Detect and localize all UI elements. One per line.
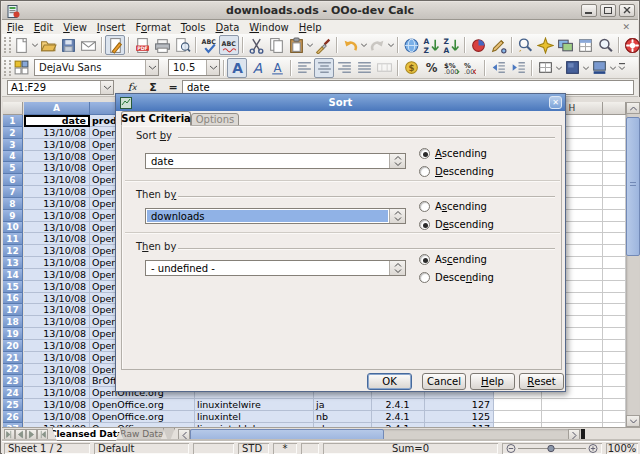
sheet-nav-next-icon[interactable]	[26, 429, 37, 440]
row-header-11[interactable]: 11	[3, 233, 23, 245]
sort-by-combo-1[interactable]: date	[145, 153, 406, 169]
borders-dropdown-icon[interactable]	[555, 58, 562, 78]
menu-insert[interactable]: Insert	[92, 21, 131, 34]
cell-A4[interactable]: 13/10/08	[24, 151, 90, 162]
cell-I6[interactable]	[603, 174, 626, 186]
minimize-button[interactable]	[581, 4, 597, 17]
cell-E26[interactable]: 2.4.1	[372, 411, 425, 423]
row-header-23[interactable]: 23	[3, 375, 23, 387]
sheet-nav-prev-icon[interactable]	[15, 429, 26, 440]
row-header-16[interactable]: 16	[3, 293, 23, 304]
radio-descending-1[interactable]: Descending	[419, 166, 494, 177]
merge-cells-icon[interactable]	[374, 58, 394, 78]
menu-help[interactable]: Help	[294, 21, 327, 34]
cell-F26[interactable]: 125	[425, 411, 494, 423]
row-header-13[interactable]: 13	[3, 257, 23, 269]
help-icon[interactable]	[622, 35, 640, 55]
column-header-I[interactable]	[603, 102, 626, 115]
cell-I26[interactable]	[603, 411, 626, 423]
increase-indent-icon[interactable]	[508, 58, 528, 78]
print-icon[interactable]	[152, 35, 172, 55]
cell-A11[interactable]: 13/10/08	[24, 233, 90, 245]
edit-file-icon[interactable]	[105, 35, 125, 55]
borders-icon[interactable]	[535, 58, 555, 78]
cell-I21[interactable]	[603, 352, 626, 364]
cell-A21[interactable]: 13/10/08	[24, 352, 90, 364]
undo-icon[interactable]	[340, 35, 360, 55]
cell-B25[interactable]: OpenOffice.org	[90, 399, 195, 411]
name-box[interactable]: A1:F29	[7, 80, 114, 95]
grid-corner[interactable]	[3, 102, 23, 115]
new-document-dropdown-icon[interactable]	[31, 35, 38, 55]
cell-I8[interactable]	[603, 198, 626, 210]
add-decimal-icon[interactable]: $%.000	[441, 58, 461, 78]
cell-A20[interactable]: 13/10/08	[24, 340, 90, 352]
cell-A25[interactable]: 13/10/08	[24, 399, 90, 411]
cell-A8[interactable]: 13/10/08	[24, 198, 90, 210]
cell-I11[interactable]	[603, 233, 626, 245]
cell-I15[interactable]	[603, 281, 626, 293]
scrollbar-splitter[interactable]	[581, 429, 585, 441]
row-header-24[interactable]: 24	[3, 387, 23, 399]
cell-I19[interactable]	[603, 328, 626, 340]
row-header-4[interactable]: 4	[3, 151, 23, 162]
background-color-icon[interactable]	[562, 58, 582, 78]
sheet-tab-stub[interactable]	[163, 428, 175, 441]
maximize-button[interactable]	[600, 4, 616, 17]
cell-A26[interactable]: 13/10/08	[24, 411, 90, 423]
font-color-dropdown-icon[interactable]	[609, 58, 616, 78]
row-header-14[interactable]: 14	[3, 269, 23, 281]
dialog-close-icon[interactable]: ✕	[549, 96, 562, 109]
row-header-1[interactable]: 1	[3, 115, 23, 127]
underline-icon[interactable]: A	[267, 58, 287, 78]
new-document-icon[interactable]	[11, 35, 31, 55]
combo-spin-icon[interactable]	[389, 209, 405, 223]
row-header-12[interactable]: 12	[3, 245, 23, 257]
toolbar-grip[interactable]	[4, 37, 11, 53]
cell-I22[interactable]	[603, 364, 626, 375]
menu-view[interactable]: View	[58, 21, 92, 34]
row-header-3[interactable]: 3	[3, 139, 23, 151]
cell-I3[interactable]	[603, 139, 626, 151]
sheet-nav-last-icon[interactable]	[37, 429, 48, 440]
menu-edit[interactable]: Edit	[29, 21, 58, 34]
row-header-8[interactable]: 8	[3, 198, 23, 210]
cell-I2[interactable]	[603, 127, 626, 139]
cell-A15[interactable]: 13/10/08	[24, 281, 90, 293]
cell-A10[interactable]: 13/10/08	[24, 222, 90, 233]
sort-by-combo-3[interactable]: - undefined -	[145, 260, 406, 276]
align-left-icon[interactable]	[294, 58, 314, 78]
auto-spellcheck-icon[interactable]: ABC	[219, 35, 239, 55]
row-header-25[interactable]: 25	[3, 399, 23, 411]
cell-I23[interactable]	[603, 375, 626, 387]
spellcheck-icon[interactable]: ABC	[199, 35, 219, 55]
font-size-dropdown-icon[interactable]	[206, 60, 219, 75]
hyperlink-icon[interactable]	[401, 35, 421, 55]
radio-ascending-2[interactable]: Ascending	[419, 201, 487, 212]
cell-H25[interactable]	[542, 399, 603, 411]
cell-B26[interactable]: OpenOffice.org	[90, 411, 195, 423]
cell-A24[interactable]: 13/10/08	[24, 387, 90, 399]
font-name-dropdown-icon[interactable]	[145, 60, 158, 75]
align-center-icon[interactable]	[314, 58, 334, 78]
row-header-22[interactable]: 22	[3, 364, 23, 375]
cell-I9[interactable]	[603, 210, 626, 222]
radio-ascending-1[interactable]: Ascending	[419, 148, 487, 159]
cell-G26[interactable]	[494, 411, 542, 423]
insert-chart-icon[interactable]	[468, 35, 488, 55]
cell-I13[interactable]	[603, 257, 626, 269]
align-right-icon[interactable]	[334, 58, 354, 78]
menu-file[interactable]: File	[2, 21, 29, 34]
menu-window[interactable]: Window	[244, 21, 293, 34]
cell-A1[interactable]: date	[24, 115, 90, 127]
cell-A23[interactable]: 13/10/08	[24, 375, 90, 387]
redo-dropdown-icon[interactable]	[387, 35, 394, 55]
menu-format[interactable]: Format	[131, 21, 176, 34]
cell-H26[interactable]	[542, 411, 603, 423]
cell-A2[interactable]: 13/10/08	[24, 127, 90, 139]
cut-icon[interactable]	[246, 35, 266, 55]
radio-descending-3[interactable]: Descending	[419, 272, 494, 283]
cell-I17[interactable]	[603, 304, 626, 316]
styles-formatting-icon[interactable]	[11, 58, 31, 78]
save-icon[interactable]	[58, 35, 78, 55]
